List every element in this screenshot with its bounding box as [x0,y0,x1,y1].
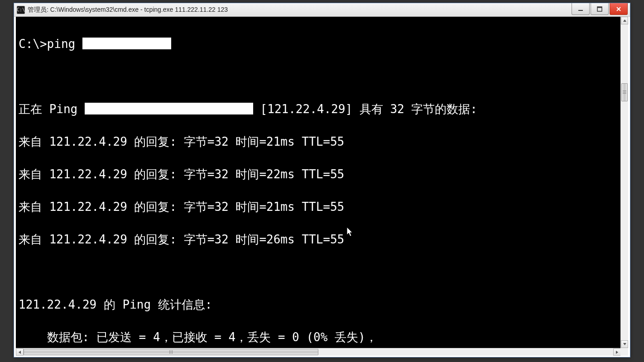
scroll-down-button[interactable] [621,340,628,348]
scrollbar-corner [620,348,628,356]
ping-stats-packets: 数据包: 已发送 = 4，已接收 = 4，丢失 = 0 (0% 丢失)， [19,329,618,345]
terminal-text: C:\>ping 正在 Ping [121.22.4.29] 具有 32 字节的… [16,17,621,348]
cmd-icon: C:\ [17,6,25,14]
ping-stats-header: 121.22.4.29 的 Ping 统计信息: [19,296,618,313]
window-controls [571,3,630,15]
scroll-thumb[interactable] [621,83,628,101]
svg-rect-2 [597,7,602,8]
horizontal-scrollbar[interactable] [16,348,621,356]
prompt-line: C:\>ping [19,37,82,51]
titlebar[interactable]: C:\ 管理员: C:\Windows\system32\cmd.exe - t… [14,3,630,17]
ping-reply: 来自 121.22.4.29 的回复: 字节=32 时间=22ms TTL=55 [19,166,618,182]
ping-reply: 来自 121.22.4.29 的回复: 字节=32 时间=26ms TTL=55 [19,231,618,248]
maximize-button[interactable] [591,3,609,15]
redacted-hostname [82,38,171,49]
window-title: 管理员: C:\Windows\system32\cmd.exe - tcpin… [28,6,228,14]
ping-reply: 来自 121.22.4.29 的回复: 字节=32 时间=21ms TTL=55 [19,133,618,150]
redacted-hostname [85,103,253,114]
cmd-window: C:\ 管理员: C:\Windows\system32\cmd.exe - t… [14,3,630,357]
scroll-up-button[interactable] [621,17,628,24]
ping-header-suffix: [121.22.4.29] 具有 32 字节的数据: [253,102,477,116]
svg-rect-0 [578,10,583,11]
hscroll-track[interactable] [24,348,613,356]
minimize-button[interactable] [572,3,590,15]
scroll-track[interactable] [621,24,628,340]
scroll-left-button[interactable] [16,348,24,356]
console-output[interactable]: C:\>ping 正在 Ping [121.22.4.29] 具有 32 字节的… [16,17,621,348]
close-button[interactable] [610,3,628,15]
ping-header-prefix: 正在 Ping [19,102,85,116]
ping-reply: 来自 121.22.4.29 的回复: 字节=32 时间=21ms TTL=55 [19,199,618,215]
vertical-scrollbar[interactable] [620,17,628,348]
scroll-right-button[interactable] [613,348,621,356]
hscroll-thumb[interactable] [24,349,318,355]
